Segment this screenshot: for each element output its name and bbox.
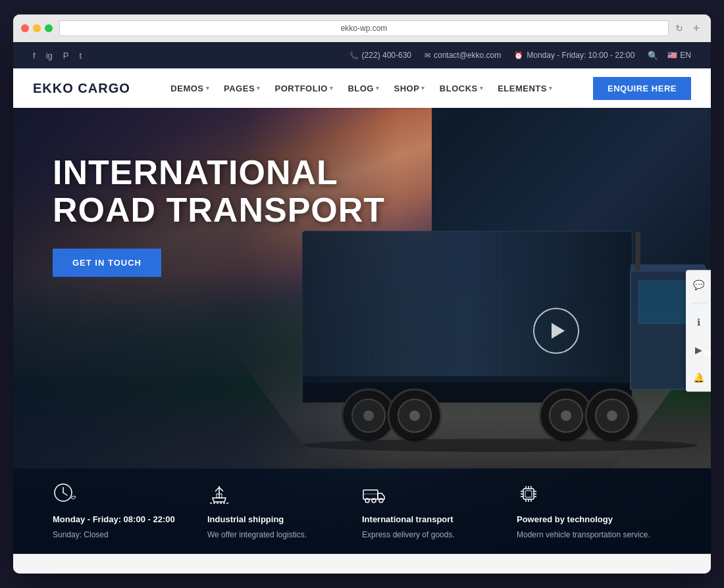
comment-side-icon[interactable]: 💬 [689, 276, 708, 294]
phone-icon: 📞 [349, 51, 359, 60]
maximize-button[interactable] [45, 24, 53, 32]
nav-item-pages[interactable]: PAGES ▾ [224, 84, 261, 93]
feature-transport: International transport Express delivery… [362, 482, 517, 541]
nav-item-elements[interactable]: ELEMENTS ▾ [498, 84, 552, 93]
top-bar: f ig P t 📞 (222) 400-630 ✉ contact@ekko.… [13, 42, 711, 68]
svg-rect-34 [523, 489, 534, 499]
nav-item-demos[interactable]: DEMOS ▾ [170, 84, 209, 93]
feature-hours-title: Monday - Friday: 08:00 - 22:00 [53, 514, 194, 524]
hero-content: INTERNATIONAL ROAD TRANSPORT GET IN TOUC… [13, 108, 711, 469]
twitter-icon[interactable]: t [79, 51, 82, 61]
nav-item-blog[interactable]: BLOG ▾ [348, 84, 379, 93]
instagram-icon[interactable]: ig [46, 51, 53, 61]
email-icon: ✉ [425, 51, 430, 60]
get-in-touch-button[interactable]: GET IN TOUCH [53, 249, 161, 277]
url-bar[interactable]: ekko-wp.com [59, 20, 669, 36]
play-side-icon[interactable]: ▶ [689, 341, 708, 359]
ship-feature-icon [207, 482, 349, 509]
website-content: f ig P t 📞 (222) 400-630 ✉ contact@ekko.… [13, 42, 711, 574]
top-bar-info: 📞 (222) 400-630 ✉ contact@ekko.com ⏰ Mon… [349, 51, 691, 61]
chevron-down-icon: ▾ [480, 85, 484, 91]
hero-title-line2: ROAD TRANSPORT [53, 191, 385, 229]
traffic-lights [21, 24, 53, 32]
refresh-icon[interactable]: ↻ [675, 23, 683, 34]
chevron-down-icon: ▾ [421, 85, 425, 91]
email-address: contact@ekko.com [434, 51, 501, 60]
nav-item-shop[interactable]: SHOP ▾ [394, 84, 425, 93]
play-button[interactable] [533, 308, 579, 354]
hero-title: INTERNATIONAL ROAD TRANSPORT [53, 154, 395, 229]
search-icon[interactable]: 🔍 [648, 51, 658, 61]
chevron-down-icon: ▾ [376, 85, 380, 91]
side-separator [690, 303, 706, 304]
hero-section: INTERNATIONAL ROAD TRANSPORT GET IN TOUC… [13, 108, 711, 554]
feature-hours-desc: Sunday: Closed [53, 529, 194, 541]
language-label: EN [680, 51, 691, 60]
svg-line-26 [63, 493, 67, 495]
chevron-down-icon: ▾ [206, 85, 210, 91]
email-info: ✉ contact@ekko.com [425, 51, 501, 60]
bell-side-icon[interactable]: 🔔 [689, 368, 708, 387]
main-nav: EKKO CARGO DEMOS ▾ PAGES ▾ PORTFOLIO ▾ B… [13, 68, 711, 108]
side-panel: 💬 ℹ ▶ 🔔 [686, 270, 711, 392]
nav-links: DEMOS ▾ PAGES ▾ PORTFOLIO ▾ BLOG ▾ SHOP [170, 84, 552, 93]
site-logo[interactable]: EKKO CARGO [33, 81, 130, 96]
browser-chrome: ekko-wp.com ↻ + [13, 14, 711, 42]
enquire-button[interactable]: ENQUIRE HERE [593, 77, 691, 100]
feature-hours: Monday - Friday: 08:00 - 22:00 Sunday: C… [53, 482, 207, 541]
business-hours: Monday - Friday: 10:00 - 22:00 [527, 51, 634, 60]
url-text: ekko-wp.com [341, 24, 388, 33]
clock-icon: ⏰ [514, 51, 523, 60]
feature-technology-desc: Modern vehicle transportation service. [517, 529, 658, 541]
minimize-button[interactable] [33, 24, 41, 32]
nav-item-blocks[interactable]: BLOCKS ▾ [440, 84, 483, 93]
pinterest-icon[interactable]: P [63, 51, 69, 61]
clock-feature-icon [53, 482, 194, 509]
chevron-down-icon: ▾ [549, 85, 553, 91]
feature-transport-title: International transport [362, 514, 504, 524]
top-bar-actions: 🔍 🇺🇸 EN [648, 51, 691, 61]
play-triangle-icon [552, 323, 565, 339]
feature-shipping-title: Industrial shipping [207, 514, 349, 524]
nav-item-portfolio[interactable]: PORTFOLIO ▾ [275, 84, 334, 93]
feature-technology-title: Powered by technology [517, 514, 658, 524]
hero-title-line1: INTERNATIONAL [53, 153, 338, 191]
language-selector[interactable]: 🇺🇸 EN [667, 51, 691, 60]
flag-icon: 🇺🇸 [667, 51, 677, 60]
chevron-down-icon: ▾ [257, 85, 261, 91]
phone-info: 📞 (222) 400-630 [349, 51, 411, 60]
svg-rect-29 [363, 490, 378, 499]
truck-feature-icon [362, 482, 504, 509]
phone-number: (222) 400-630 [362, 51, 411, 60]
browser-window: ekko-wp.com ↻ + f ig P t 📞 (222) 400-630… [13, 14, 711, 574]
social-links: f ig P t [33, 51, 82, 61]
chip-feature-icon [517, 482, 658, 509]
close-button[interactable] [21, 24, 29, 32]
feature-technology: Powered by technology Modern vehicle tra… [517, 482, 671, 541]
bottom-bar [13, 554, 711, 574]
chevron-down-icon: ▾ [330, 85, 334, 91]
browser-controls: ↻ [675, 23, 683, 34]
new-tab-button[interactable]: + [690, 22, 703, 35]
feature-transport-desc: Express delivery of goods. [362, 529, 504, 541]
hours-info: ⏰ Monday - Friday: 10:00 - 22:00 [514, 51, 634, 60]
feature-shipping-desc: We offer integrated logistics. [207, 529, 349, 541]
facebook-icon[interactable]: f [33, 51, 36, 61]
info-side-icon[interactable]: ℹ [689, 313, 708, 331]
svg-rect-35 [525, 491, 532, 497]
feature-shipping: Industrial shipping We offer integrated … [207, 482, 362, 541]
features-bar: Monday - Friday: 08:00 - 22:00 Sunday: C… [13, 469, 711, 554]
